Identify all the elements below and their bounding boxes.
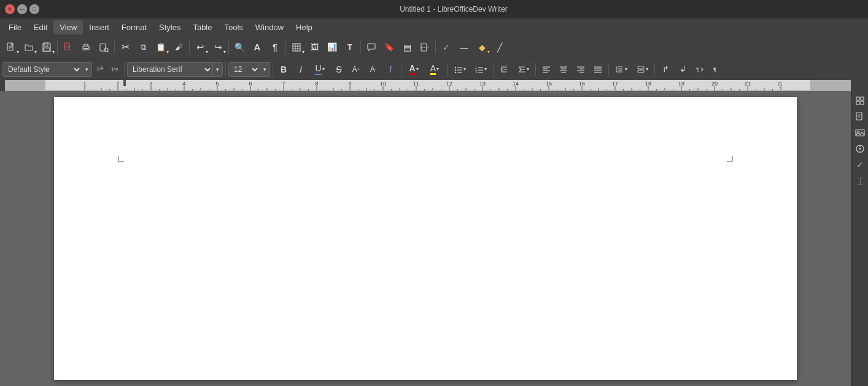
highlight-button[interactable]: A xyxy=(425,61,444,77)
ltr-button[interactable]: ↱ xyxy=(657,61,673,77)
svg-line-13 xyxy=(107,51,109,52)
svg-rect-69 xyxy=(856,97,859,100)
svg-text:PDF: PDF xyxy=(65,45,71,49)
save-button[interactable] xyxy=(38,39,55,56)
sidebar-validate-button[interactable]: ✓ xyxy=(853,157,867,172)
insert-field-button[interactable]: ▤ xyxy=(398,39,416,56)
menu-window[interactable]: Window xyxy=(249,20,290,34)
clone-format-button[interactable]: 🖌 xyxy=(170,39,187,56)
close-button[interactable]: ✕ xyxy=(5,4,15,14)
svg-rect-11 xyxy=(100,44,106,51)
insert-image-button[interactable]: 🖼 xyxy=(306,39,323,56)
document-page[interactable] xyxy=(54,97,797,380)
underline-button[interactable]: U xyxy=(310,61,330,77)
bold-button[interactable]: B xyxy=(276,61,292,77)
increase-indent-button[interactable] xyxy=(513,61,533,77)
rtl-button[interactable]: ↲ xyxy=(675,61,691,77)
menu-edit[interactable]: Edit xyxy=(28,20,53,34)
para-spacing-button[interactable] xyxy=(632,61,652,77)
menu-view[interactable]: View xyxy=(53,20,83,34)
menu-file[interactable]: File xyxy=(2,20,28,34)
print-preview-button[interactable] xyxy=(95,39,112,56)
copy-button[interactable]: ⧉ xyxy=(134,39,152,56)
export-pdf-button[interactable]: PDF xyxy=(60,39,77,56)
window-controls: ✕ — □ xyxy=(5,4,39,14)
svg-rect-6 xyxy=(44,48,50,51)
subscript-button[interactable]: A- xyxy=(365,61,381,77)
font-size-arrow[interactable]: ▾ xyxy=(260,62,270,77)
paste-button[interactable]: 📋 xyxy=(152,39,169,56)
formatting-marks-button[interactable]: ¶ xyxy=(266,39,284,56)
sidebar-gallery-button[interactable] xyxy=(853,125,867,140)
document-area[interactable] xyxy=(0,91,851,386)
menu-bar: File Edit View Insert Format Styles Tabl… xyxy=(0,18,868,36)
svg-point-28 xyxy=(454,71,455,73)
font-size-select[interactable]: 12 xyxy=(228,62,260,77)
character-styles-button[interactable]: A xyxy=(249,39,266,56)
menu-insert[interactable]: Insert xyxy=(83,20,115,34)
unordered-list-button[interactable] xyxy=(450,61,470,77)
minimize-button[interactable]: — xyxy=(17,4,27,14)
align-right-button[interactable] xyxy=(573,61,589,77)
check-button[interactable]: — xyxy=(455,39,473,56)
line-spacing-button[interactable] xyxy=(611,61,631,77)
new-button[interactable] xyxy=(2,39,20,56)
svg-point-24 xyxy=(454,66,455,68)
rtl-para-button[interactable]: ¶ xyxy=(709,61,725,77)
menu-help[interactable]: Help xyxy=(290,20,319,34)
text-style-up-button[interactable]: T xyxy=(93,61,107,77)
font-color-button[interactable]: A xyxy=(404,61,424,77)
svg-rect-70 xyxy=(861,97,864,100)
svg-point-12 xyxy=(104,48,108,52)
menu-tools[interactable]: Tools xyxy=(218,20,249,34)
sidebar-navigator-button[interactable] xyxy=(853,141,867,156)
italic-button[interactable]: I xyxy=(293,61,309,77)
font-selector-group: Liberation Serif ▾ xyxy=(127,62,223,77)
find-button[interactable]: 🔍 xyxy=(231,39,248,56)
insert-comment-button[interactable] xyxy=(363,39,380,56)
shapes-button[interactable]: ◆ xyxy=(473,39,490,56)
decrease-indent-button[interactable] xyxy=(496,61,512,77)
ltr-para-button[interactable]: ¶ xyxy=(692,61,708,77)
style-select-arrow[interactable]: ▾ xyxy=(82,62,92,77)
svg-rect-64 xyxy=(638,66,644,69)
main-area: ✓ ⌶ xyxy=(0,91,868,386)
strikethrough-button[interactable]: S xyxy=(331,61,347,77)
open-button[interactable] xyxy=(20,39,37,56)
spellcheck-button[interactable]: ✓ xyxy=(438,39,455,56)
menu-table[interactable]: Table xyxy=(187,20,218,34)
justify-button[interactable] xyxy=(590,61,606,77)
insert-bookmark-button[interactable]: 🔖 xyxy=(381,39,398,56)
maximize-button[interactable]: □ xyxy=(29,4,39,14)
sidebar-cursor-button[interactable]: ⌶ xyxy=(853,173,867,188)
font-select-arrow[interactable]: ▾ xyxy=(213,62,223,77)
style-select[interactable]: Default Style xyxy=(2,62,82,77)
insert-table-button[interactable] xyxy=(288,39,305,56)
text-style-down-button[interactable]: T xyxy=(108,61,122,77)
svg-rect-14 xyxy=(293,44,300,51)
sidebar-styles-button[interactable] xyxy=(853,109,867,124)
align-center-button[interactable] xyxy=(556,61,572,77)
insert-textbox-button[interactable]: T xyxy=(341,39,358,56)
sidebar-properties-button[interactable] xyxy=(853,93,867,108)
print-button[interactable] xyxy=(77,39,95,56)
redo-button[interactable]: ↪ xyxy=(209,39,227,56)
superscript-button[interactable]: A+ xyxy=(348,61,364,77)
insert-pagebreak-button[interactable] xyxy=(416,39,433,56)
ruler xyxy=(5,80,851,91)
font-select[interactable]: Liberation Serif xyxy=(127,62,213,77)
right-sidebar: ✓ ⌶ xyxy=(851,91,868,386)
svg-text:¶: ¶ xyxy=(696,66,699,73)
cut-button[interactable]: ✂ xyxy=(117,39,134,56)
align-left-button[interactable] xyxy=(538,61,554,77)
ordered-list-button[interactable]: 1.2.3. xyxy=(471,61,490,77)
svg-point-79 xyxy=(859,148,861,150)
menu-styles[interactable]: Styles xyxy=(153,20,187,34)
svg-rect-72 xyxy=(861,101,864,104)
menu-format[interactable]: Format xyxy=(115,20,153,34)
insert-chart-button[interactable]: 📊 xyxy=(324,39,341,56)
svg-rect-5 xyxy=(44,43,48,46)
shadow-button[interactable]: I xyxy=(382,61,398,77)
undo-button[interactable]: ↩ xyxy=(192,39,209,56)
draw-line-button[interactable]: ╱ xyxy=(491,39,508,56)
